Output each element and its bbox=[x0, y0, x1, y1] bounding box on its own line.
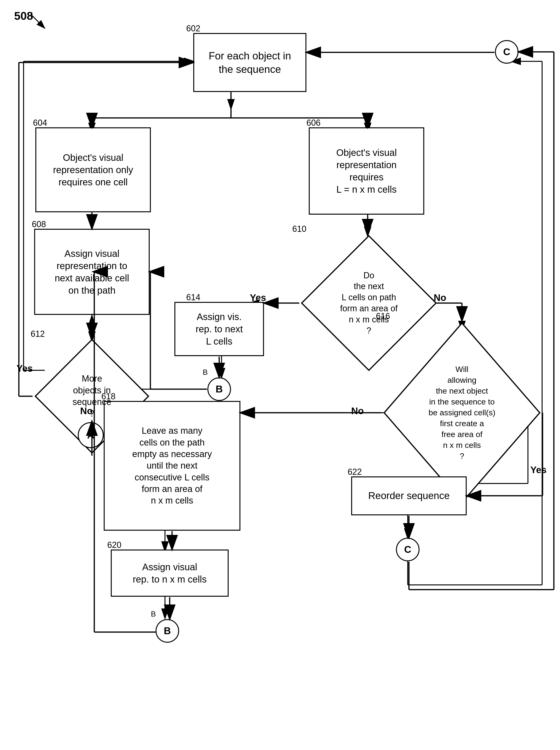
ref-620: 620 bbox=[107, 540, 121, 550]
ref-622: 622 bbox=[348, 467, 362, 477]
ref-606: 606 bbox=[306, 118, 320, 128]
ref-608: 608 bbox=[32, 219, 46, 229]
node-602: For each object in the sequence bbox=[193, 33, 306, 92]
ref-604: 604 bbox=[33, 118, 47, 128]
ref-610: 610 bbox=[292, 224, 306, 234]
diagram-ref-508: 508 bbox=[14, 9, 33, 22]
yn-610-yes: Yes bbox=[250, 293, 266, 303]
ref-612: 612 bbox=[30, 329, 45, 339]
node-622: Reorder sequence bbox=[351, 476, 467, 515]
svg-line-29 bbox=[30, 14, 45, 28]
ref-B2-connector-label: B bbox=[151, 610, 156, 618]
node-606: Object's visual representation requires … bbox=[309, 127, 424, 215]
node-604: Object's visual representation only requ… bbox=[35, 127, 151, 212]
ref-B1-label: B bbox=[203, 368, 208, 377]
ref-614: 614 bbox=[186, 293, 200, 302]
connector-A: A bbox=[78, 422, 104, 448]
flowchart-diagram: 508 For each object in the sequence 602 … bbox=[0, 0, 560, 750]
node-618: Leave as many cells on the path empty as… bbox=[104, 401, 241, 531]
ref-arrow bbox=[30, 14, 49, 33]
yn-616-no: No bbox=[351, 406, 364, 416]
connector-C1: C bbox=[495, 40, 519, 64]
connector-C2: C bbox=[396, 538, 419, 561]
node-620: Assign visual rep. to n x m cells bbox=[111, 550, 229, 597]
yn-610-no: No bbox=[434, 293, 446, 303]
yn-612-yes: Yes bbox=[17, 363, 33, 374]
ref-602: 602 bbox=[186, 24, 200, 34]
node-608: Assign visual representation to next ava… bbox=[34, 229, 150, 315]
yn-616-yes: Yes bbox=[530, 465, 546, 475]
connector-B2: B bbox=[155, 619, 179, 643]
connector-B1: B bbox=[207, 377, 231, 401]
node-614: Assign vis. rep. to next L cells bbox=[174, 302, 264, 356]
